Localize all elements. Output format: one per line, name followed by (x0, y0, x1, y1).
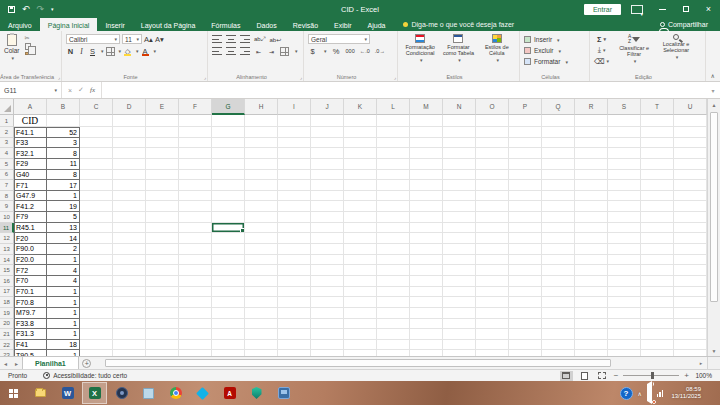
cell-G10[interactable] (212, 212, 245, 223)
cell-R1[interactable] (575, 115, 608, 127)
cell-U1[interactable] (674, 115, 707, 127)
row-header-16[interactable]: 16 (0, 276, 14, 287)
cell-Q2[interactable] (542, 127, 575, 138)
cell-F14[interactable] (179, 255, 212, 266)
italic-button[interactable]: I (77, 46, 86, 56)
cell-T21[interactable] (641, 329, 674, 340)
cell-H9[interactable] (245, 201, 278, 212)
cell-C9[interactable] (80, 201, 113, 212)
cell-N7[interactable] (443, 180, 476, 191)
save-icon[interactable] (8, 6, 15, 13)
cell-T22[interactable] (641, 340, 674, 351)
zoom-slider-thumb[interactable] (651, 372, 654, 379)
cell-G6[interactable] (212, 170, 245, 181)
cell-O19[interactable] (476, 308, 509, 319)
cell-Q8[interactable] (542, 191, 575, 202)
insert-function-icon[interactable]: fx (90, 86, 95, 94)
cell-G20[interactable] (212, 319, 245, 330)
cell-K10[interactable] (344, 212, 377, 223)
cell-E14[interactable] (146, 255, 179, 266)
cell-T3[interactable] (641, 138, 674, 149)
cell-M3[interactable] (410, 138, 443, 149)
cell-H21[interactable] (245, 329, 278, 340)
cell-A19[interactable]: M79.7 (14, 308, 47, 319)
decrease-decimal-icon[interactable]: .0→ (375, 46, 385, 56)
cut-icon[interactable]: ✂ (25, 35, 33, 41)
cell-N4[interactable] (443, 148, 476, 159)
cell-T12[interactable] (641, 233, 674, 244)
row-header-17[interactable]: 17 (0, 287, 14, 298)
cell-E19[interactable] (146, 308, 179, 319)
cell-G14[interactable] (212, 255, 245, 266)
paste-button[interactable]: Colar ▾ (4, 34, 20, 61)
row-header-4[interactable]: 4 (0, 148, 14, 159)
column-header-N[interactable]: N (443, 99, 476, 115)
cell-M14[interactable] (410, 255, 443, 266)
cell-U14[interactable] (674, 255, 707, 266)
cell-P17[interactable] (509, 287, 542, 298)
cell-K4[interactable] (344, 148, 377, 159)
cell-A6[interactable]: G40 (14, 170, 47, 181)
next-sheet-icon[interactable]: ▸ (11, 357, 22, 369)
cell-M8[interactable] (410, 191, 443, 202)
cell-S5[interactable] (608, 159, 641, 170)
cell-C12[interactable] (80, 233, 113, 244)
cell-P5[interactable] (509, 159, 542, 170)
cell-L19[interactable] (377, 308, 410, 319)
cell-L17[interactable] (377, 287, 410, 298)
cell-P19[interactable] (509, 308, 542, 319)
cell-N21[interactable] (443, 329, 476, 340)
cell-I10[interactable] (278, 212, 311, 223)
column-header-S[interactable]: S (608, 99, 641, 115)
column-header-F[interactable]: F (179, 99, 212, 115)
cell-C10[interactable] (80, 212, 113, 223)
cell-S16[interactable] (608, 276, 641, 287)
cell-N15[interactable] (443, 265, 476, 276)
column-header-E[interactable]: E (146, 99, 179, 115)
collapse-ribbon-icon[interactable]: ∧ (711, 72, 715, 79)
tab-revisao[interactable]: Revisão (285, 18, 326, 31)
file-explorer-icon[interactable] (28, 382, 53, 404)
cell-T20[interactable] (641, 319, 674, 330)
cell-H16[interactable] (245, 276, 278, 287)
cell-K3[interactable] (344, 138, 377, 149)
cell-N18[interactable] (443, 297, 476, 308)
cell-G17[interactable] (212, 287, 245, 298)
increase-decimal-icon[interactable]: ←.0 (360, 46, 370, 56)
cell-B1[interactable] (47, 115, 80, 127)
column-header-I[interactable]: I (278, 99, 311, 115)
minimize-button[interactable] (651, 0, 674, 18)
cell-D21[interactable] (113, 329, 146, 340)
cell-D11[interactable] (113, 223, 146, 234)
fill-button[interactable]: ⤓▾ (594, 45, 609, 55)
cell-Q16[interactable] (542, 276, 575, 287)
cell-N12[interactable] (443, 233, 476, 244)
cell-Q20[interactable] (542, 319, 575, 330)
font-dialog-launcher-icon[interactable]: ⌟ (204, 74, 206, 80)
cell-U17[interactable] (674, 287, 707, 298)
cell-J4[interactable] (311, 148, 344, 159)
cell-R21[interactable] (575, 329, 608, 340)
cell-T15[interactable] (641, 265, 674, 276)
cell-A8[interactable]: G47.9 (14, 191, 47, 202)
cell-Q21[interactable] (542, 329, 575, 340)
hidden-icons-chevron-icon[interactable]: ∧ (638, 390, 642, 397)
cell-L14[interactable] (377, 255, 410, 266)
cell-P21[interactable] (509, 329, 542, 340)
cell-F15[interactable] (179, 265, 212, 276)
previous-sheet-icon[interactable]: ◂ (0, 357, 11, 369)
notes-app-icon[interactable] (136, 382, 161, 404)
cell-F4[interactable] (179, 148, 212, 159)
cell-I18[interactable] (278, 297, 311, 308)
cell-M2[interactable] (410, 127, 443, 138)
cell-C3[interactable] (80, 138, 113, 149)
bold-button[interactable]: N (66, 46, 75, 56)
row-header-22[interactable]: 22 (0, 340, 14, 351)
cell-D22[interactable] (113, 340, 146, 351)
cell-T8[interactable] (641, 191, 674, 202)
cell-J20[interactable] (311, 319, 344, 330)
dark-circle-app-icon[interactable] (109, 382, 134, 404)
cell-B11[interactable]: 13 (47, 223, 80, 234)
cell-J8[interactable] (311, 191, 344, 202)
column-header-D[interactable]: D (113, 99, 146, 115)
